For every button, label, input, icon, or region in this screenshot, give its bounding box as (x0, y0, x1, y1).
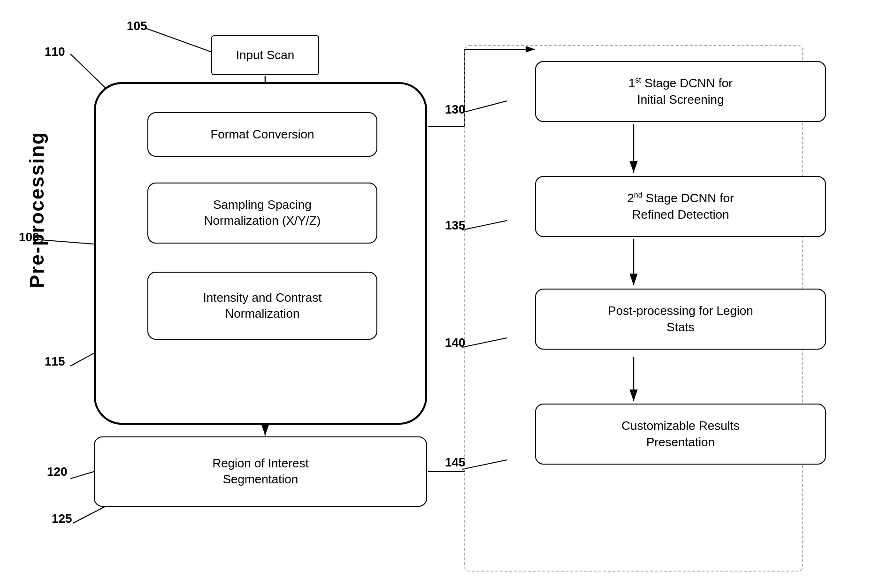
roi-label: Region of InterestSegmentation (212, 456, 308, 488)
svg-line-7 (462, 221, 507, 230)
ref-105: 105 (127, 19, 147, 33)
preprocessing-outer-box: Format Conversion Sampling SpacingNormal… (94, 82, 427, 425)
input-scan-box: Input Scan (211, 35, 319, 75)
ref-130: 130 (445, 102, 465, 117)
ref-100: 100 (19, 230, 39, 244)
sampling-spacing-label: Sampling SpacingNormalization (X/Y/Z) (204, 197, 321, 229)
input-scan-label: Input Scan (236, 47, 294, 63)
svg-line-9 (462, 460, 507, 469)
dcnn-stage1-box: 1st Stage DCNN forInitial Screening (535, 61, 826, 122)
post-processing-box: Post-processing for LegionStats (535, 289, 826, 350)
preprocessing-label: Pre-processing (26, 131, 48, 288)
dcnn-stage2-label: 2nd Stage DCNN forRefined Detection (627, 190, 734, 223)
format-conversion-label: Format Conversion (210, 127, 314, 143)
ref-135: 135 (445, 218, 465, 233)
dcnn-stage2-box: 2nd Stage DCNN forRefined Detection (535, 176, 826, 237)
dcnn-stage1-label: 1st Stage DCNN forInitial Screening (628, 75, 733, 108)
customizable-results-label: Customizable ResultsPresentation (621, 418, 739, 451)
svg-line-0 (145, 28, 220, 55)
ref-115: 115 (45, 354, 65, 369)
ref-145: 145 (445, 455, 465, 470)
intensity-contrast-label: Intensity and ContrastNormalization (203, 290, 322, 322)
svg-line-8 (462, 338, 507, 347)
svg-line-6 (462, 101, 507, 113)
diagram-container: Input Scan Format Conversion Sampling Sp… (0, 0, 880, 588)
ref-140: 140 (445, 336, 465, 350)
post-processing-label: Post-processing for LegionStats (608, 303, 753, 336)
ref-120: 120 (47, 465, 67, 479)
ref-125: 125 (52, 512, 72, 526)
format-conversion-box: Format Conversion (147, 112, 377, 157)
customizable-results-box: Customizable ResultsPresentation (535, 404, 826, 465)
roi-box: Region of InterestSegmentation (94, 436, 427, 507)
sampling-spacing-box: Sampling SpacingNormalization (X/Y/Z) (147, 183, 377, 244)
intensity-contrast-box: Intensity and ContrastNormalization (147, 272, 377, 340)
ref-110: 110 (45, 45, 65, 59)
